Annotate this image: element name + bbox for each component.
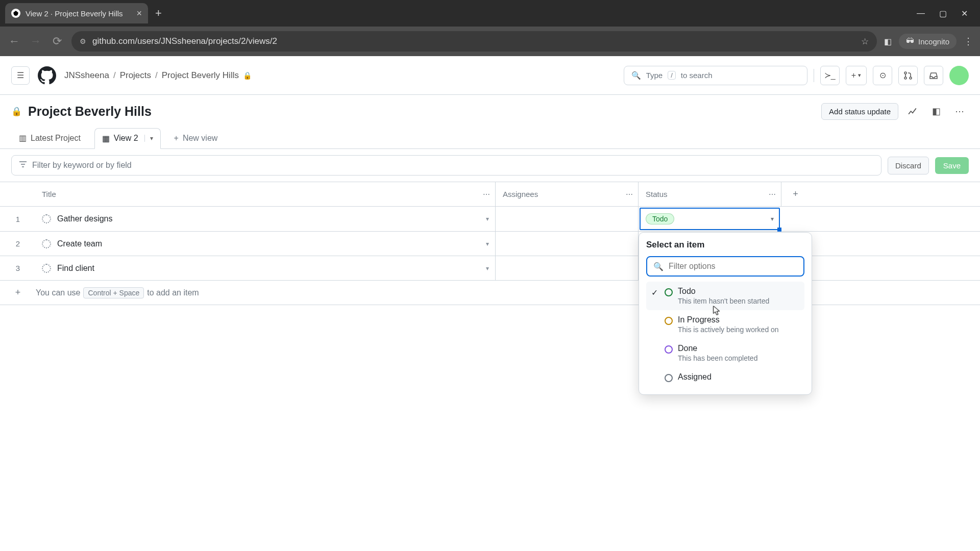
spacer [810, 182, 980, 206]
add-hint-suffix: to add an item [147, 288, 199, 297]
pull-requests-button[interactable] [898, 66, 918, 85]
status-option-todo[interactable]: ✓ Todo This item hasn't been started [646, 282, 804, 310]
draft-issue-icon [42, 239, 51, 248]
create-new-button[interactable]: +▾ [846, 66, 867, 85]
row-number: 2 [0, 232, 36, 256]
close-tab-icon[interactable]: × [136, 8, 142, 19]
view-tab-2[interactable]: ▦ View 2 ▾ [94, 128, 161, 149]
table-row: 1 Gather designs ▾ Todo ▾ Select an item… [0, 207, 980, 232]
close-window-icon[interactable]: ✕ [961, 9, 968, 18]
view-tabs: ▥ Latest Project ▦ View 2 ▾ + New view [0, 128, 980, 149]
add-item-row[interactable]: + You can use Control + Space to add an … [0, 281, 980, 305]
url-bar[interactable]: ⚙ github.com/users/JNSsheena/projects/2/… [71, 31, 877, 52]
spacer [781, 207, 980, 231]
github-header: ☰ JNSsheena / Projects / Project Beverly… [0, 56, 980, 95]
draft-issue-icon [42, 214, 51, 223]
side-panel-icon[interactable]: ◧ [884, 37, 892, 46]
table-row: 3 Find client ▾ [0, 256, 980, 281]
incognito-badge[interactable]: 🕶 Incognito [899, 34, 957, 49]
option-label: In Progress [678, 315, 801, 324]
popover-filter-input[interactable]: 🔍 [646, 256, 804, 277]
tab-title: View 2 · Project Beverly Hills [26, 9, 131, 18]
save-button[interactable]: Save [935, 157, 969, 174]
chevron-down-icon: ▾ [858, 72, 861, 79]
check-icon: ✓ [649, 287, 659, 297]
col-assignees-header[interactable]: Assignees ⋯ [495, 182, 638, 206]
site-info-icon[interactable]: ⚙ [80, 37, 86, 45]
github-logo-icon[interactable] [38, 66, 56, 85]
status-option-done[interactable]: Done This has been completed [646, 339, 804, 367]
breadcrumb-project[interactable]: Project Beverly Hills [162, 70, 239, 81]
col-assignees-label: Assignees [503, 190, 538, 198]
plus-icon: + [851, 71, 856, 80]
cell-assignees[interactable] [495, 207, 638, 231]
cell-assignees[interactable] [495, 232, 638, 256]
col-menu-icon[interactable]: ⋯ [483, 190, 490, 198]
row-menu-icon[interactable]: ▾ [486, 265, 489, 272]
svg-point-0 [904, 72, 906, 74]
status-ring-icon [665, 317, 673, 325]
option-text: Todo This item hasn't been started [678, 287, 801, 305]
url-text: github.com/users/JNSsheena/projects/2/vi… [92, 36, 855, 46]
row-menu-icon[interactable]: ▾ [486, 240, 489, 247]
breadcrumb-user[interactable]: JNSsheena [64, 70, 109, 81]
divider [814, 69, 814, 82]
maximize-icon[interactable]: ▢ [939, 9, 947, 18]
table-icon: ▦ [102, 134, 110, 143]
col-menu-icon[interactable]: ⋯ [769, 190, 776, 198]
cell-title[interactable]: Gather designs ▾ [36, 207, 495, 231]
browser-tab-active[interactable]: View 2 · Project Beverly Hills × [5, 3, 148, 23]
cell-title[interactable]: Create team ▾ [36, 232, 495, 256]
insights-icon[interactable] [903, 102, 922, 120]
global-search-input[interactable]: 🔍 Type / to search [624, 66, 807, 85]
view-tab-menu-icon[interactable]: ▾ [144, 135, 153, 142]
nav-menu-button[interactable]: ☰ [11, 66, 30, 85]
col-title-header[interactable]: Title ⋯ [36, 182, 495, 206]
row-menu-icon[interactable]: ▾ [486, 215, 489, 222]
table-header-row: Title ⋯ Assignees ⋯ Status ⋯ + [0, 182, 980, 207]
add-item-plus-icon[interactable]: + [0, 287, 36, 298]
row-number: 1 [0, 207, 36, 231]
option-text: In Progress This is actively being worke… [678, 315, 801, 334]
popover-filter-field[interactable] [669, 262, 797, 271]
status-option-assigned[interactable]: Assigned [646, 367, 804, 387]
status-pill: Todo [646, 213, 674, 224]
row-number: 3 [0, 256, 36, 280]
filter-input[interactable]: Filter by keyword or by field [11, 155, 881, 176]
plus-icon: + [174, 134, 179, 143]
reload-icon[interactable]: ⟳ [50, 35, 64, 48]
status-select-active[interactable]: Todo ▾ [640, 208, 780, 230]
bookmark-star-icon[interactable]: ☆ [861, 36, 869, 47]
chevron-down-icon[interactable]: ▾ [771, 215, 774, 222]
col-title-label: Title [42, 190, 56, 198]
option-label: Todo [678, 287, 801, 296]
cell-title[interactable]: Find client ▾ [36, 256, 495, 280]
user-avatar[interactable] [949, 66, 969, 85]
browser-toolbar: ← → ⟳ ⚙ github.com/users/JNSsheena/proje… [0, 27, 980, 56]
inbox-button[interactable] [924, 66, 943, 85]
minimize-icon[interactable]: — [917, 9, 925, 18]
toolbar-right: ◧ 🕶 Incognito ⋮ [884, 34, 973, 49]
discard-button[interactable]: Discard [888, 157, 929, 174]
col-menu-icon[interactable]: ⋯ [626, 190, 633, 198]
add-hint-prefix: You can use [36, 288, 80, 297]
back-icon[interactable]: ← [7, 35, 21, 48]
search-kbd: / [668, 71, 676, 80]
breadcrumb-projects[interactable]: Projects [120, 70, 151, 81]
more-options-icon[interactable]: ⋯ [950, 102, 969, 120]
add-status-update-button[interactable]: Add status update [821, 103, 898, 120]
cell-status[interactable]: Todo ▾ Select an item 🔍 ✓ Todo This item… [638, 207, 781, 231]
cell-assignees[interactable] [495, 256, 638, 280]
issues-button[interactable]: ⊙ [873, 66, 892, 85]
option-desc: This has been completed [678, 354, 801, 362]
status-option-in-progress[interactable]: In Progress This is actively being worke… [646, 310, 804, 339]
col-status-header[interactable]: Status ⋯ [638, 182, 781, 206]
new-tab-button[interactable]: + [148, 7, 169, 20]
col-num-header [0, 182, 36, 206]
command-palette-button[interactable]: ≻_ [820, 66, 840, 85]
new-view-button[interactable]: + New view [167, 129, 225, 148]
add-column-button[interactable]: + [781, 182, 810, 206]
chrome-menu-icon[interactable]: ⋮ [964, 36, 973, 47]
view-tab-latest[interactable]: ▥ Latest Project [11, 128, 88, 148]
panel-icon[interactable]: ◧ [927, 102, 945, 120]
